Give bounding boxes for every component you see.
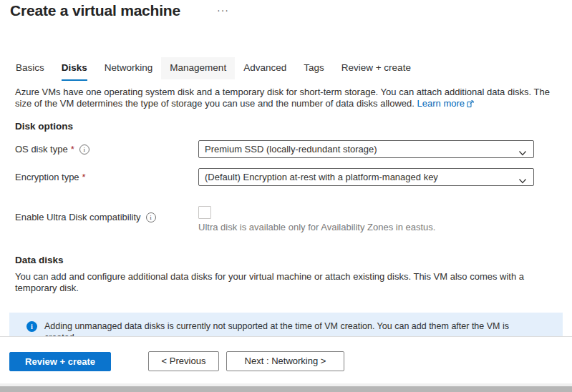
encryption-type-label: Encryption type * — [15, 172, 86, 182]
horizontal-scrollbar-thumb[interactable] — [0, 386, 572, 392]
data-disks-heading: Data disks — [15, 255, 64, 265]
intro-paragraph: Azure VMs have one operating system disk… — [15, 87, 563, 110]
ultra-disk-helper-text: Ultra disk is available only for Availab… — [198, 222, 435, 232]
external-link-icon — [467, 99, 474, 110]
create-vm-page: Create a virtual machine ··· Basics Disk… — [0, 0, 572, 392]
os-disk-type-label: OS disk type * i — [15, 144, 89, 155]
tab-review-create[interactable]: Review + create — [333, 57, 420, 79]
encryption-type-select[interactable]: (Default) Encryption at-rest with a plat… — [198, 168, 534, 186]
footer-bar: Review + create < Previous Next : Networ… — [0, 336, 572, 385]
tab-networking[interactable]: Networking — [96, 57, 162, 79]
info-icon: i — [26, 321, 37, 332]
horizontal-scrollbar[interactable] — [0, 383, 572, 392]
required-asterisk: * — [82, 172, 86, 182]
info-icon[interactable]: i — [146, 212, 156, 222]
more-options-icon[interactable]: ··· — [217, 4, 229, 16]
tab-management[interactable]: Management — [161, 57, 235, 79]
previous-button[interactable]: < Previous — [148, 351, 219, 371]
tab-disks[interactable]: Disks — [53, 57, 96, 79]
ultra-disk-checkbox[interactable] — [198, 206, 211, 219]
chevron-down-icon — [518, 174, 527, 186]
ultra-disk-label: Enable Ultra Disk compatibility i — [15, 212, 156, 222]
chevron-down-icon — [518, 146, 527, 158]
review-create-button[interactable]: Review + create — [9, 352, 111, 371]
tab-basics[interactable]: Basics — [7, 57, 53, 79]
required-asterisk: * — [71, 144, 74, 155]
tab-tags[interactable]: Tags — [295, 57, 333, 79]
disk-options-heading: Disk options — [15, 121, 73, 132]
next-networking-button[interactable]: Next : Networking > — [226, 351, 344, 371]
tab-bar: Basics Disks Networking Management Advan… — [7, 57, 420, 79]
os-disk-type-select[interactable]: Premium SSD (locally-redundant storage) — [198, 140, 534, 158]
info-icon[interactable]: i — [79, 144, 89, 155]
data-disks-description: You can add and configure additional dat… — [15, 271, 551, 294]
page-title: Create a virtual machine — [10, 2, 180, 19]
tab-advanced[interactable]: Advanced — [235, 57, 295, 79]
learn-more-link[interactable]: Learn more — [417, 98, 474, 109]
